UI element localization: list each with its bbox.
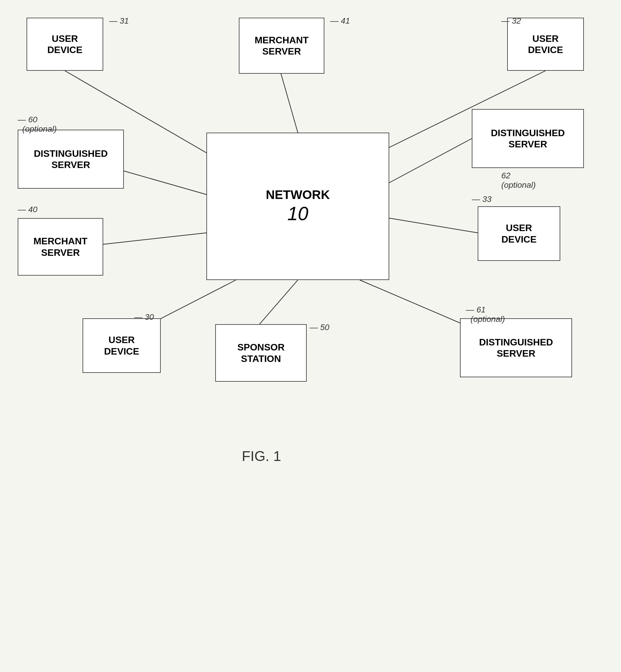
diagram-container: NETWORK 10 USERDEVICE — 31 MERCHANTSERVE… bbox=[0, 0, 621, 672]
sponsor-station-50-node: SPONSORSTATION bbox=[215, 324, 307, 382]
merchant-server-40-node: MERCHANTSERVER bbox=[18, 218, 103, 276]
distinguished-server-60-label: DISTINGUISHEDSERVER bbox=[34, 148, 108, 171]
svg-line-6 bbox=[100, 233, 206, 244]
ref-50: — 50 bbox=[309, 323, 329, 332]
user-device-31-node: USERDEVICE bbox=[27, 18, 103, 71]
distinguished-server-61-label: DISTINGUISHEDSERVER bbox=[479, 337, 553, 359]
user-device-33-node: USERDEVICE bbox=[478, 206, 560, 261]
svg-line-4 bbox=[124, 171, 206, 194]
ref-33: — 33 bbox=[472, 194, 492, 204]
user-device-31-label: USERDEVICE bbox=[47, 33, 82, 56]
distinguished-server-60-node: DISTINGUISHEDSERVER bbox=[18, 130, 124, 189]
figure-label: FIG. 1 bbox=[242, 448, 281, 464]
svg-line-1 bbox=[280, 71, 298, 133]
user-device-33-label: USERDEVICE bbox=[501, 222, 536, 245]
user-device-32-node: USERDEVICE bbox=[507, 18, 584, 71]
merchant-server-40-label: MERCHANTSERVER bbox=[33, 235, 87, 258]
svg-line-8 bbox=[259, 280, 298, 324]
merchant-server-41-label: MERCHANTSERVER bbox=[254, 35, 308, 57]
user-device-30-node: USERDEVICE bbox=[83, 318, 161, 373]
network-node: NETWORK 10 bbox=[206, 133, 389, 280]
merchant-server-41-node: MERCHANTSERVER bbox=[239, 18, 324, 74]
distinguished-server-61-node: DISTINGUISHEDSERVER bbox=[460, 318, 572, 377]
network-sublabel: 10 bbox=[266, 203, 330, 225]
user-device-32-label: USERDEVICE bbox=[528, 33, 563, 56]
ref-62: 62(optional) bbox=[501, 171, 536, 190]
distinguished-server-62-label: DISTINGUISHEDSERVER bbox=[491, 127, 565, 150]
network-label: NETWORK bbox=[266, 187, 330, 202]
ref-60: — 60 (optional) bbox=[18, 115, 56, 134]
sponsor-station-50-label: SPONSORSTATION bbox=[237, 342, 285, 364]
ref-41: — 41 bbox=[330, 16, 350, 26]
ref-32: — 32 bbox=[501, 16, 521, 26]
ref-61: — 61 (optional) bbox=[466, 305, 505, 324]
ref-30: — 30 bbox=[134, 312, 154, 322]
svg-line-5 bbox=[389, 218, 478, 233]
distinguished-server-62-node: DISTINGUISHEDSERVER bbox=[472, 109, 584, 168]
ref-31: — 31 bbox=[109, 16, 129, 26]
ref-40: — 40 bbox=[18, 205, 37, 214]
user-device-30-label: USERDEVICE bbox=[104, 334, 139, 357]
svg-line-3 bbox=[389, 138, 472, 183]
